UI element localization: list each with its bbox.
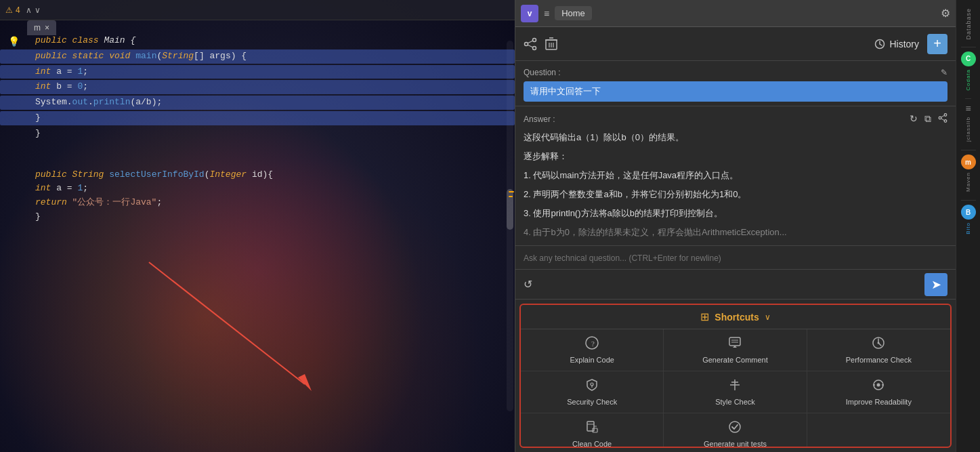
nav-down-icon[interactable]: ∨ — [35, 5, 41, 15]
shortcut-performance-check[interactable]: Performance Check — [807, 329, 950, 371]
history-button[interactable]: History — [874, 39, 919, 49]
question-input[interactable]: 请用中文回答一下 — [524, 81, 947, 102]
editor-panel: ⚠ 4 ∧ ∨ m × 💡 public class Main { public… — [0, 0, 515, 452]
history-label: History — [889, 39, 919, 49]
improve-readability-icon — [872, 378, 885, 395]
shortcut-generate-unit-tests[interactable]: Generate unit tests — [664, 413, 807, 448]
editor-tab[interactable]: m × — [27, 20, 56, 35]
explain-code-label: Explain Code — [570, 356, 614, 364]
warning-icon: ⚠ — [5, 5, 13, 15]
svg-line-17 — [941, 115, 945, 117]
shortcuts-title: Shortcuts — [715, 312, 759, 323]
side-icons-panel: Database C Codata ≡ jclasslib m Maven B … — [956, 0, 980, 452]
code-line: public class Main { — [0, 34, 515, 48]
answer-share-icon[interactable] — [938, 113, 947, 125]
code-line: int a = 1; — [0, 182, 515, 196]
hamburger-icon[interactable]: ≡ — [544, 8, 549, 19]
question-section: Question : ✎ 请用中文回答一下 — [515, 61, 956, 106]
trash-button[interactable] — [545, 37, 557, 51]
nav-arrows[interactable]: ∧ ∨ — [26, 5, 41, 15]
warning-count: 4 — [16, 5, 20, 15]
answer-section: Answer : ↻ ⧉ 这段代码 — [515, 106, 956, 246]
code-line — [0, 155, 515, 168]
tab-close-icon[interactable]: × — [45, 23, 49, 33]
codata-label: Codata — [965, 66, 971, 94]
shortcut-improve-readability[interactable]: Improve Readability — [807, 371, 950, 413]
line-number — [7, 111, 27, 125]
share-button[interactable] — [524, 37, 537, 51]
ask-section[interactable] — [515, 246, 956, 270]
undo-button[interactable]: ↺ — [524, 278, 532, 291]
add-button[interactable]: + — [927, 34, 947, 54]
codata-icon: C — [961, 52, 976, 66]
chat-header: v ≡ Home ⚙ — [515, 0, 956, 27]
style-check-icon — [728, 378, 742, 395]
maven-label: Maven — [965, 169, 971, 194]
svg-rect-21 — [729, 337, 740, 346]
copy-icon[interactable]: ⧉ — [924, 113, 931, 125]
sidebar-maven[interactable]: m Maven — [961, 150, 976, 199]
question-label: Question : ✎ — [524, 68, 947, 77]
code-content: int a = 1; — [35, 65, 508, 79]
line-number — [7, 49, 27, 64]
lightbulb-icon[interactable]: 💡 — [8, 36, 20, 47]
chat-toolbar: History + — [515, 27, 956, 61]
clean-code-icon — [585, 420, 599, 437]
answer-label: Answer : ↻ ⧉ — [524, 113, 947, 125]
code-line: } — [0, 210, 515, 224]
performance-check-label: Performance Check — [846, 356, 912, 364]
code-line: } — [0, 127, 515, 141]
refresh-icon[interactable]: ↻ — [910, 113, 918, 125]
jclasslib-icon: ≡ — [965, 103, 971, 114]
shortcut-security-check[interactable]: Security Check — [521, 371, 664, 413]
sidebar-bito[interactable]: B Bito — [961, 200, 976, 241]
code-line-selected: } — [0, 111, 515, 125]
svg-point-26 — [878, 342, 880, 344]
sidebar-jclasslib[interactable]: ≡ jclasslib — [965, 98, 971, 148]
explain-code-icon: ? — [585, 336, 599, 353]
edit-icon[interactable]: ✎ — [941, 68, 947, 77]
code-line — [0, 141, 515, 155]
clean-code-label: Clean Code — [572, 440, 612, 448]
send-button[interactable]: ➤ — [924, 273, 947, 296]
shortcut-explain-code[interactable]: ? Explain Code — [521, 329, 664, 371]
nav-up-icon[interactable]: ∧ — [26, 5, 32, 15]
svg-rect-38 — [593, 428, 597, 432]
shortcut-clean-code[interactable]: Clean Code — [521, 413, 664, 448]
svg-point-3 — [533, 46, 536, 49]
generate-unit-tests-label: Generate unit tests — [704, 440, 767, 448]
code-content: } — [35, 127, 508, 141]
sidebar-codata[interactable]: C Codata — [961, 47, 976, 98]
code-content: } — [35, 210, 508, 224]
ask-input[interactable] — [524, 253, 947, 263]
line-number — [7, 210, 27, 224]
sidebar-database[interactable]: Database — [965, 3, 972, 45]
shortcuts-grid-icon: ⊞ — [700, 310, 709, 323]
code-content: System.out.println(a/b); — [35, 96, 508, 110]
code-content: public String selectUserInfoById(Integer… — [35, 168, 508, 182]
security-check-icon — [585, 378, 599, 395]
line-number — [7, 80, 27, 94]
line-number — [7, 127, 27, 141]
line-number — [7, 196, 27, 210]
chat-panel: v ≡ Home ⚙ — [515, 0, 956, 452]
line-number — [7, 65, 27, 79]
maven-icon: m — [961, 155, 976, 169]
code-area[interactable]: public class Main { public static void m… — [0, 20, 515, 452]
bottom-toolbar: ↺ ➤ — [515, 270, 956, 300]
svg-point-2 — [533, 38, 536, 41]
shortcut-generate-comment[interactable]: Generate Comment — [664, 329, 807, 371]
svg-point-16 — [939, 117, 941, 119]
svg-point-14 — [944, 114, 947, 117]
shortcuts-chevron-icon[interactable]: ∨ — [765, 312, 771, 322]
svg-point-39 — [729, 422, 740, 432]
tab-label: m — [34, 23, 41, 33]
generate-comment-icon — [728, 336, 742, 353]
home-tab[interactable]: Home — [555, 6, 592, 20]
improve-readability-label: Improve Readability — [846, 398, 912, 406]
code-content: int b = 0; — [35, 80, 508, 94]
gear-button[interactable]: ⚙ — [941, 7, 950, 20]
shortcut-empty — [807, 413, 950, 448]
shortcut-style-check[interactable]: Style Check — [664, 371, 807, 413]
bito-icon: B — [961, 205, 976, 220]
